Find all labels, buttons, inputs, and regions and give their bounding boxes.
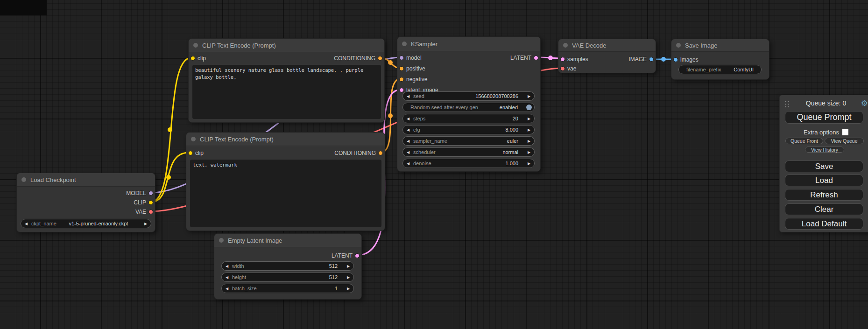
node-clip-text-encode-negative[interactable]: CLIP Text Encode (Prompt) clip CONDITION…	[186, 132, 385, 231]
random-seed-toggle[interactable]: Random seed after every gen enabled	[402, 103, 535, 112]
link-midpoint-dot[interactable]	[166, 175, 171, 180]
node-clip-text-encode-positive[interactable]: CLIP Text Encode (Prompt) clip CONDITION…	[188, 38, 385, 123]
prompt-textarea[interactable]: beautiful scenery nature glass bottle la…	[192, 65, 381, 119]
increment-arrow-icon[interactable]: ▶	[524, 128, 534, 132]
clear-button[interactable]: Clear	[785, 203, 863, 215]
node-title-bar[interactable]: Load Checkpoint	[17, 173, 155, 187]
ckpt-name-widget[interactable]: ◀ ckpt_name v1-5-pruned-emaonly.ckpt ▶	[21, 219, 151, 228]
node-title-bar[interactable]: CLIP Text Encode (Prompt)	[189, 39, 384, 52]
refresh-button[interactable]: Refresh	[785, 189, 863, 201]
filename-prefix-widget[interactable]: filename_prefix ComfyUI	[678, 65, 762, 74]
vae-input-port[interactable]	[560, 66, 565, 71]
decrement-arrow-icon[interactable]: ◀	[222, 287, 232, 291]
link-midpoint-dot[interactable]	[388, 113, 393, 118]
node-title-bar[interactable]: KSampler	[397, 37, 540, 51]
view-queue-button[interactable]: View Queue	[825, 138, 864, 144]
extra-options-checkbox[interactable]	[842, 129, 848, 135]
denoise-widget[interactable]: ◀ denoise 1.000 ▶	[402, 159, 535, 168]
decrement-arrow-icon[interactable]: ◀	[403, 139, 413, 143]
node-collapse-dot[interactable]	[219, 238, 224, 243]
decrement-arrow-icon[interactable]: ◀	[403, 150, 413, 154]
conditioning-output-port[interactable]	[378, 151, 383, 155]
latent-output-port[interactable]	[534, 56, 538, 60]
link-midpoint-dot[interactable]	[548, 56, 553, 60]
steps-widget[interactable]: ◀ steps 20 ▶	[402, 114, 535, 123]
increment-arrow-icon[interactable]: ▶	[343, 264, 353, 268]
decrement-arrow-icon[interactable]: ◀	[222, 275, 232, 280]
node-title-bar[interactable]: CLIP Text Encode (Prompt)	[186, 133, 385, 146]
widget-value[interactable]: euler	[447, 138, 524, 144]
widget-value[interactable]: enabled	[478, 105, 523, 110]
queue-prompt-button[interactable]: Queue Prompt	[785, 111, 863, 124]
images-input-port[interactable]	[673, 57, 678, 62]
widget-value[interactable]: 512	[244, 263, 343, 269]
widget-value[interactable]: 512	[246, 274, 343, 280]
load-default-button[interactable]: Load Default	[785, 218, 863, 230]
increment-arrow-icon[interactable]: ▶	[524, 139, 534, 143]
node-vae-decode[interactable]: VAE Decode samples IMAGE vae	[558, 39, 656, 73]
node-collapse-dot[interactable]	[193, 43, 198, 48]
decrement-arrow-icon[interactable]: ◀	[21, 222, 31, 226]
height-widget[interactable]: ◀ height 512 ▶	[221, 273, 354, 282]
node-ksampler[interactable]: KSampler model LATENT positive negative …	[397, 36, 541, 172]
widget-value[interactable]: 1.000	[431, 161, 524, 166]
node-collapse-dot[interactable]	[191, 137, 196, 141]
increment-arrow-icon[interactable]: ▶	[343, 287, 353, 291]
node-empty-latent-image[interactable]: Empty Latent Image LATENT ◀ width 512 ▶ …	[214, 233, 362, 300]
toggle-indicator[interactable]	[526, 105, 532, 110]
link-midpoint-dot[interactable]	[168, 127, 172, 132]
widget-value[interactable]: 156680208700286	[424, 93, 524, 99]
sampler-name-widget[interactable]: ◀ sampler_name euler ▶	[402, 136, 535, 146]
load-button[interactable]: Load	[785, 175, 863, 186]
conditioning-output-port[interactable]	[378, 56, 382, 61]
link-midpoint-dot[interactable]	[388, 60, 393, 65]
node-collapse-dot[interactable]	[21, 177, 26, 182]
latent-output-port[interactable]	[355, 253, 360, 258]
node-title-bar[interactable]: Empty Latent Image	[214, 234, 361, 247]
model-output-port[interactable]	[148, 191, 153, 196]
model-input-port[interactable]	[399, 56, 404, 60]
widget-value[interactable]: 1	[257, 286, 343, 291]
decrement-arrow-icon[interactable]: ◀	[403, 161, 413, 166]
clip-input-port[interactable]	[188, 151, 193, 155]
node-title-bar[interactable]: Save Image	[671, 39, 769, 52]
decrement-arrow-icon[interactable]: ◀	[403, 94, 413, 98]
node-save-image[interactable]: Save Image images filename_prefix ComfyU…	[671, 39, 769, 80]
vae-output-port[interactable]	[148, 210, 153, 214]
clip-output-port[interactable]	[148, 200, 153, 205]
negative-input-port[interactable]	[399, 77, 404, 82]
decrement-arrow-icon[interactable]: ◀	[403, 117, 413, 121]
node-collapse-dot[interactable]	[676, 43, 681, 48]
positive-input-port[interactable]	[399, 66, 404, 71]
link-midpoint-dot[interactable]	[661, 57, 666, 62]
samples-input-port[interactable]	[560, 57, 565, 62]
widget-value[interactable]: ComfyUI	[721, 67, 761, 72]
image-output-port[interactable]	[649, 57, 654, 62]
widget-value[interactable]: 20	[425, 116, 524, 121]
decrement-arrow-icon[interactable]: ◀	[403, 128, 413, 132]
decrement-arrow-icon[interactable]: ◀	[222, 264, 232, 268]
cfg-widget[interactable]: ◀ cfg 8.000 ▶	[402, 125, 535, 134]
save-button[interactable]: Save	[785, 161, 863, 172]
clip-input-port[interactable]	[191, 56, 195, 61]
node-load-checkpoint[interactable]: Load Checkpoint MODEL CLIP VAE ◀ ckpt_na…	[16, 173, 155, 232]
increment-arrow-icon[interactable]: ▶	[141, 222, 151, 226]
widget-value[interactable]: normal	[436, 149, 524, 155]
queue-menu-panel[interactable]: Queue size: 0 ⚙ Queue Prompt Extra optio…	[779, 95, 868, 232]
scheduler-widget[interactable]: ◀ scheduler normal ▶	[402, 147, 535, 157]
widget-value[interactable]: v1-5-pruned-emaonly.ckpt	[56, 221, 141, 226]
increment-arrow-icon[interactable]: ▶	[524, 94, 534, 98]
node-collapse-dot[interactable]	[402, 42, 407, 46]
node-title-bar[interactable]: VAE Decode	[558, 39, 656, 52]
increment-arrow-icon[interactable]: ▶	[524, 161, 534, 166]
batch-size-widget[interactable]: ◀ batch_size 1 ▶	[221, 284, 354, 293]
increment-arrow-icon[interactable]: ▶	[524, 117, 534, 121]
increment-arrow-icon[interactable]: ▶	[343, 275, 353, 280]
prompt-textarea[interactable]: text, watermark	[190, 160, 381, 227]
seed-widget[interactable]: ◀ seed 156680208700286 ▶	[402, 91, 535, 101]
view-history-button[interactable]: View History	[805, 147, 844, 153]
latent-image-input-port[interactable]	[399, 88, 404, 92]
node-collapse-dot[interactable]	[563, 43, 568, 48]
queue-front-button[interactable]: Queue Front	[785, 138, 823, 144]
gear-icon[interactable]: ⚙	[861, 98, 868, 108]
